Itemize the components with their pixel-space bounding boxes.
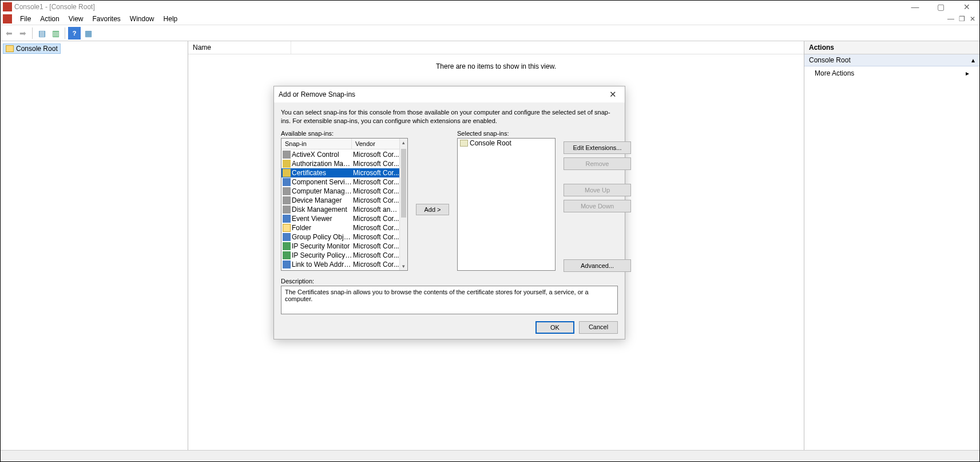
available-item[interactable]: CertificatesMicrosoft Cor... <box>281 168 399 177</box>
more-actions-label: More Actions <box>815 69 854 77</box>
mdi-restore[interactable]: ❐ <box>957 15 967 23</box>
more-actions-link[interactable]: More Actions ▸ <box>804 66 979 80</box>
add-button[interactable]: Add > <box>416 204 449 215</box>
snapin-icon <box>283 224 291 232</box>
scroll-thumb[interactable] <box>401 149 406 218</box>
available-label: Available snap-ins: <box>281 130 408 137</box>
list-header: Name <box>188 41 804 54</box>
snapin-icon <box>283 206 291 214</box>
snapin-name: Event Viewer <box>292 215 353 223</box>
toolbar: ⬅ ➡ ▤ ▥ ? ▦ <box>1 25 979 41</box>
back-button[interactable]: ⬅ <box>3 27 15 40</box>
forward-button[interactable]: ➡ <box>17 27 29 40</box>
snapin-name: Device Manager <box>292 196 353 204</box>
advanced-button[interactable]: Advanced... <box>564 259 631 272</box>
scroll-down-icon[interactable]: ▾ <box>400 262 407 270</box>
snapin-name: IP Security Policy M... <box>292 251 353 259</box>
snapin-vendor: Microsoft Cor... <box>353 233 399 241</box>
available-item[interactable]: Device ManagerMicrosoft Cor... <box>281 196 399 205</box>
snapin-name: Computer Managem... <box>292 187 353 195</box>
col-snapin[interactable]: Snap-in <box>281 139 352 149</box>
empty-message: There are no items to show in this view. <box>188 54 804 78</box>
chevron-right-icon: ▸ <box>966 69 969 77</box>
close-button[interactable]: ✕ <box>954 1 979 13</box>
snapin-icon <box>283 160 291 168</box>
description-label: Description: <box>281 278 618 285</box>
actions-pane: Actions Console Root ▴ More Actions ▸ <box>804 41 979 450</box>
ok-button[interactable]: OK <box>535 321 574 334</box>
tree-root-item[interactable]: Console Root <box>3 44 61 54</box>
snapin-name: Group Policy Object ... <box>292 233 353 241</box>
menu-action[interactable]: Action <box>35 14 64 24</box>
available-item[interactable]: IP Security MonitorMicrosoft Cor... <box>281 242 399 251</box>
available-snapins-list[interactable]: Snap-in Vendor ActiveX ControlMicrosoft … <box>281 138 408 271</box>
move-up-button[interactable]: Move Up <box>564 184 631 196</box>
menu-help[interactable]: Help <box>159 14 182 24</box>
actions-heading: Actions <box>804 41 979 54</box>
available-item[interactable]: ActiveX ControlMicrosoft Cor... <box>281 150 399 159</box>
export-list-button[interactable]: ▥ <box>49 27 62 40</box>
column-name[interactable]: Name <box>188 41 291 54</box>
available-item[interactable]: Computer Managem...Microsoft Cor... <box>281 187 399 196</box>
selected-snapins-list[interactable]: Console Root <box>457 138 556 271</box>
new-window-button[interactable]: ▦ <box>82 27 94 40</box>
app-icon <box>3 2 12 11</box>
scroll-up-icon[interactable]: ▴ <box>400 139 407 147</box>
available-item[interactable]: Disk ManagementMicrosoft and... <box>281 205 399 214</box>
snapin-vendor: Microsoft Cor... <box>353 151 399 159</box>
available-item[interactable]: IP Security Policy M...Microsoft Cor... <box>281 251 399 260</box>
dialog-intro: You can select snap-ins for this console… <box>281 108 618 125</box>
snapin-icon <box>283 260 291 268</box>
mdi-minimize[interactable]: — <box>946 15 956 23</box>
dialog-close-button[interactable]: ✕ <box>606 89 620 100</box>
actions-section[interactable]: Console Root ▴ <box>804 54 979 66</box>
selected-root-label: Console Root <box>470 139 511 147</box>
add-remove-snapins-dialog: Add or Remove Snap-ins ✕ You can select … <box>273 86 625 339</box>
available-item[interactable]: Event ViewerMicrosoft Cor... <box>281 214 399 223</box>
snapin-icon <box>283 169 291 177</box>
show-hide-tree-button[interactable]: ▤ <box>35 27 48 40</box>
menu-file[interactable]: File <box>15 14 35 24</box>
available-scrollbar[interactable]: ▴ ▾ <box>399 139 407 270</box>
remove-button[interactable]: Remove <box>564 157 631 170</box>
available-item[interactable]: Group Policy Object ...Microsoft Cor... <box>281 232 399 242</box>
snapin-name: Certificates <box>292 169 353 177</box>
folder-icon <box>460 140 468 147</box>
available-item[interactable]: Component ServicesMicrosoft Cor... <box>281 177 399 187</box>
menubar: File Action View Favorites Window Help —… <box>1 13 979 25</box>
available-item[interactable]: Authorization ManagerMicrosoft Cor... <box>281 159 399 168</box>
mmc-icon <box>3 14 12 23</box>
snapin-vendor: Microsoft Cor... <box>353 215 399 223</box>
snapin-vendor: Microsoft Cor... <box>353 160 399 168</box>
snapin-vendor: Microsoft Cor... <box>353 178 399 186</box>
snapin-vendor: Microsoft Cor... <box>353 260 399 268</box>
folder-icon <box>6 45 14 52</box>
status-bar <box>1 450 979 462</box>
help-button[interactable]: ? <box>68 27 81 40</box>
available-item[interactable]: Link to Web AddressMicrosoft Cor... <box>281 260 399 269</box>
snapin-vendor: Microsoft Cor... <box>353 251 399 259</box>
selected-label: Selected snap-ins: <box>457 130 556 137</box>
edit-extensions-button[interactable]: Edit Extensions... <box>564 141 631 154</box>
window-title: Console1 - [Console Root] <box>14 3 902 11</box>
collapse-icon: ▴ <box>971 56 975 64</box>
actions-section-label: Console Root <box>809 56 851 64</box>
menu-favorites[interactable]: Favorites <box>88 14 125 24</box>
move-down-button[interactable]: Move Down <box>564 200 631 212</box>
snapin-icon <box>283 242 291 250</box>
cancel-button[interactable]: Cancel <box>579 321 618 334</box>
titlebar: Console1 - [Console Root] — ▢ ✕ <box>1 1 979 13</box>
menu-view[interactable]: View <box>64 14 88 24</box>
menu-window[interactable]: Window <box>125 14 159 24</box>
window-controls: — ▢ ✕ <box>902 1 979 13</box>
toolbar-separator-2 <box>65 27 65 39</box>
snapin-name: Folder <box>292 224 353 232</box>
snapin-icon <box>283 251 291 259</box>
available-item[interactable]: FolderMicrosoft Cor... <box>281 223 399 232</box>
snapin-vendor: Microsoft Cor... <box>353 242 399 250</box>
maximize-button[interactable]: ▢ <box>928 1 954 13</box>
selected-root-item[interactable]: Console Root <box>458 139 555 148</box>
toolbar-separator <box>32 27 33 39</box>
minimize-button[interactable]: — <box>902 1 928 13</box>
mdi-close[interactable]: ✕ <box>968 15 977 23</box>
